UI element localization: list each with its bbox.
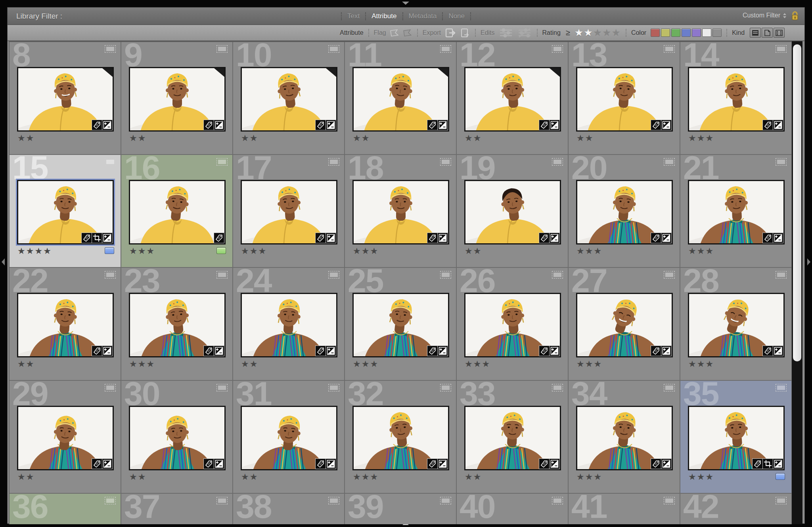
cell-star-rating[interactable]: ★★★	[576, 246, 602, 256]
keywords-badge-icon[interactable]	[316, 459, 326, 469]
blue-color-label-chip[interactable]	[776, 473, 785, 480]
thumbnail-marker-icon[interactable]	[776, 45, 787, 53]
thumbnail-marker-icon[interactable]	[664, 45, 675, 53]
rating-operator[interactable]: ≥	[566, 28, 570, 37]
cell-star-rating[interactable]: ★★★	[688, 472, 714, 482]
filter-tab-metadata[interactable]: Metadata	[403, 12, 442, 20]
keywords-badge-icon[interactable]	[204, 459, 214, 469]
thumbnail-marker-icon[interactable]	[328, 45, 339, 53]
adjustments-badge-icon[interactable]	[102, 459, 112, 469]
keywords-badge-icon[interactable]	[316, 120, 326, 130]
cell-star-rating[interactable]: ★★	[129, 472, 146, 482]
rating-stars-filter[interactable]: ★★★★★	[575, 28, 621, 38]
grid-cell-23[interactable]: 23★★★	[121, 268, 233, 381]
unedited-filter-icon[interactable]	[517, 27, 532, 38]
photo-thumbnail[interactable]	[576, 67, 673, 132]
adjustments-badge-icon[interactable]	[214, 120, 224, 130]
color-swatch-6[interactable]	[702, 29, 711, 37]
grid-cell-19[interactable]: 19★★	[457, 155, 569, 268]
thumbnail-marker-icon[interactable]	[216, 158, 228, 166]
grid-cell-14[interactable]: 14★★★	[680, 42, 792, 155]
photo-thumbnail[interactable]	[576, 180, 673, 244]
cell-star-rating[interactable]: ★★★	[576, 472, 602, 482]
keywords-badge-icon[interactable]	[427, 233, 437, 243]
grid-cell-42[interactable]: 42	[680, 494, 792, 524]
cell-star-rating[interactable]: ★★	[576, 133, 594, 143]
thumbnail-marker-icon[interactable]	[216, 497, 228, 504]
keywords-badge-icon[interactable]	[651, 459, 661, 469]
thumbnail-marker-icon[interactable]	[776, 271, 787, 279]
grid-cell-31[interactable]: 31★★	[233, 381, 345, 494]
cell-star-rating[interactable]: ★★★	[353, 246, 379, 256]
filter-tab-text[interactable]: Text	[342, 12, 365, 20]
thumbnail-marker-icon[interactable]	[105, 384, 116, 391]
adjustments-badge-icon[interactable]	[326, 346, 336, 356]
color-swatch-1[interactable]	[651, 29, 660, 37]
cell-star-rating[interactable]: ★★★	[688, 359, 714, 369]
cell-star-rating[interactable]: ★★	[17, 359, 34, 369]
adjustments-badge-icon[interactable]	[438, 233, 448, 243]
rating-star-3-icon[interactable]: ★	[593, 28, 602, 38]
photo-thumbnail[interactable]	[352, 67, 449, 132]
photo-thumbnail[interactable]	[129, 67, 226, 132]
cell-star-rating[interactable]: ★★	[353, 133, 370, 143]
photo-thumbnail[interactable]	[688, 406, 785, 470]
photo-thumbnail[interactable]	[464, 67, 561, 132]
color-swatch-4[interactable]	[682, 29, 691, 37]
adjustments-badge-icon[interactable]	[661, 346, 671, 356]
adjustments-badge-icon[interactable]	[661, 120, 671, 130]
cell-star-rating[interactable]: ★★	[17, 133, 34, 143]
grid-cell-26[interactable]: 26★★★	[457, 268, 569, 381]
thumbnail-marker-icon[interactable]	[328, 158, 339, 166]
thumbnail-marker-icon[interactable]	[776, 384, 787, 391]
keywords-badge-icon[interactable]	[539, 233, 549, 243]
color-swatch-2[interactable]	[661, 29, 670, 37]
cell-star-rating[interactable]: ★★★	[688, 133, 714, 143]
grid-cell-25[interactable]: 25★★★	[345, 268, 457, 381]
adjustments-badge-icon[interactable]	[773, 459, 783, 469]
thumbnail-marker-icon[interactable]	[216, 45, 228, 53]
adjustments-badge-icon[interactable]	[214, 346, 224, 356]
grid-cell-36[interactable]: 36	[10, 494, 121, 524]
photo-thumbnail[interactable]	[688, 293, 785, 357]
grid-cell-8[interactable]: 8★★	[10, 42, 121, 155]
cell-star-rating[interactable]: ★★★	[576, 359, 602, 369]
thumbnail-marker-icon[interactable]	[552, 45, 563, 53]
photo-thumbnail[interactable]	[17, 67, 114, 132]
adjustments-badge-icon[interactable]	[102, 120, 112, 130]
grid-cell-35[interactable]: 35★★★	[680, 381, 792, 494]
grid-cell-39[interactable]: 39	[345, 494, 457, 524]
keywords-badge-icon[interactable]	[427, 346, 437, 356]
grid-scrollbar-thumb[interactable]	[793, 44, 801, 361]
photo-thumbnail[interactable]	[352, 180, 449, 244]
keywords-badge-icon[interactable]	[204, 346, 214, 356]
keywords-badge-icon[interactable]	[92, 346, 102, 356]
adjustments-badge-icon[interactable]	[214, 459, 224, 469]
thumbnail-marker-icon[interactable]	[664, 384, 675, 391]
grid-cell-24[interactable]: 24★★	[233, 268, 345, 381]
cell-star-rating[interactable]: ★★	[241, 133, 258, 143]
pick-flag-icon[interactable]	[390, 29, 399, 37]
grid-scrollbar-track[interactable]	[792, 41, 802, 524]
photo-thumbnail[interactable]	[464, 293, 561, 357]
cell-star-rating[interactable]: ★★★★	[17, 246, 52, 256]
exported-filter-icon[interactable]	[444, 27, 456, 39]
keywords-badge-icon[interactable]	[753, 459, 762, 469]
cell-star-rating[interactable]: ★★	[17, 472, 34, 482]
thumbnail-marker-icon[interactable]	[328, 271, 339, 279]
grid-cell-13[interactable]: 13★★	[569, 42, 680, 155]
cell-star-rating[interactable]: ★★★	[688, 246, 714, 256]
thumbnail-marker-icon[interactable]	[664, 271, 675, 279]
filter-tab-attribute[interactable]: Attribute	[366, 12, 402, 20]
adjustments-badge-icon[interactable]	[326, 120, 336, 130]
keywords-badge-icon[interactable]	[214, 233, 224, 243]
left-panel-collapse-icon[interactable]	[2, 258, 5, 265]
photo-thumbnail[interactable]	[464, 406, 561, 470]
grid-cell-12[interactable]: 12★★	[457, 42, 569, 155]
thumbnail-marker-icon[interactable]	[440, 158, 451, 166]
keywords-badge-icon[interactable]	[763, 346, 773, 356]
photo-thumbnail[interactable]	[352, 293, 449, 357]
custom-filter-dropdown[interactable]: Custom Filter	[743, 12, 786, 19]
photo-thumbnail[interactable]	[576, 406, 673, 470]
keywords-badge-icon[interactable]	[427, 120, 437, 130]
